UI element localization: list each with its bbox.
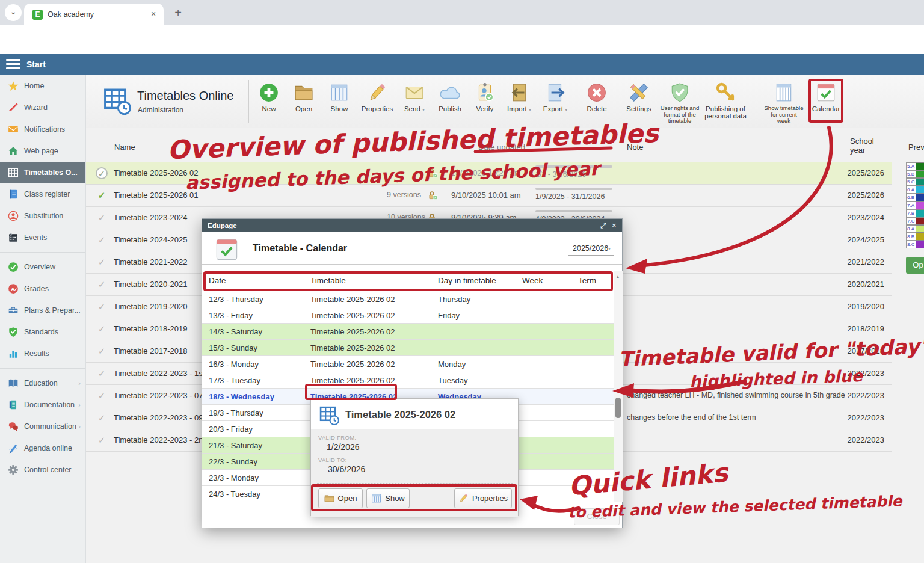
toolbar-button-calendar[interactable]: Calendar [808, 82, 843, 112]
toolbar-button-show[interactable]: Show timetable for current week [764, 82, 804, 125]
check-icon: ✓ [96, 323, 108, 335]
preview-separator [898, 128, 898, 549]
preview-class-row: 6.B [906, 194, 924, 202]
preview-panel-label: Prev [908, 143, 924, 152]
scrollbar-thumb[interactable] [615, 398, 621, 418]
toolbar-button-verify[interactable]: Verify [467, 82, 502, 112]
mail-icon [8, 124, 19, 135]
dialog-maximize-icon[interactable]: ⤢ [600, 221, 606, 230]
toolbar-button-delete[interactable]: Delete [579, 82, 614, 112]
toolbar-button-publish[interactable]: Publish [433, 82, 467, 112]
sidebar-item-label: Web page [24, 147, 58, 155]
sidebar-item-overview[interactable]: Overview [0, 256, 85, 278]
toolbar-button-new[interactable]: New [251, 82, 286, 112]
sidebar-item-communication[interactable]: Communication› [0, 416, 85, 437]
sidebar-item-documentation[interactable]: Documentation› [0, 394, 85, 416]
calendar-day-row[interactable]: 15/3 - SundayTimetable 2025-2026 02 [202, 340, 614, 356]
rights-icon [670, 82, 690, 103]
class-color-chip [916, 186, 924, 194]
sidebar-item-label: Home [24, 82, 44, 90]
sidebar-item-class-register[interactable]: Class register [0, 183, 85, 205]
toolbar-button-export[interactable]: Export ▾ [538, 82, 573, 114]
sidebar-item-home[interactable]: Home [0, 75, 85, 97]
school-year-select[interactable]: 2025/2026 ▾ [568, 242, 614, 256]
col-date: Date [209, 276, 226, 285]
timetable-row[interactable]: ✓Timetable 2025-2026 019 versions9/10/20… [86, 185, 892, 207]
school-year: 2020/2021 [812, 280, 884, 289]
sidebar-item-grades[interactable]: AGrades [0, 278, 85, 300]
sidebar-item-education[interactable]: Education› [0, 372, 85, 394]
scroll-up-icon[interactable]: ▲ [615, 274, 620, 280]
school-year: 2023/2024 [812, 213, 884, 222]
valid-from-value: 1/2/2026 [327, 442, 360, 452]
popup-divider [317, 483, 513, 484]
popup-properties-button[interactable]: Properties [454, 488, 512, 508]
calendar-day-row[interactable]: 14/3 - SaturdayTimetable 2025-2026 02 [202, 324, 614, 340]
calendar-day-row[interactable]: 16/3 - MondayTimetable 2025-2026 02Monda… [202, 356, 614, 372]
toolbar-button-label: Publish [439, 105, 461, 112]
timetable-name: Timetable 2022-2023 - 09/0 [114, 413, 209, 422]
sidebar-item-standards[interactable]: Standards [0, 321, 85, 343]
send-icon [404, 82, 425, 103]
toolbar-button-label: Show [331, 105, 348, 112]
sidebar-item-notifications[interactable]: Notifications [0, 118, 85, 140]
dialog-titlebar[interactable]: Edupage [202, 219, 622, 232]
toolbar-button-publishing[interactable]: Publishing of personal data [700, 82, 751, 120]
valid-to-label: VALID TO: [318, 457, 347, 463]
dialog-close-icon[interactable]: × [612, 221, 617, 230]
select-caret-icon: ▾ [608, 242, 611, 255]
popup-open-button[interactable]: Open [318, 488, 363, 508]
tab-close-icon[interactable]: × [148, 9, 159, 20]
preview-open-button[interactable]: Op [906, 257, 924, 274]
start-menu[interactable]: Start [26, 60, 46, 69]
verify-icon [475, 82, 495, 103]
valid-to-value: 30/6/2026 [328, 464, 365, 474]
calendar-date: 18/3 - Wednesday [209, 392, 274, 401]
calendar-timetable-link: Timetable 2025-2026 02 [310, 311, 395, 320]
tab-search-icon[interactable]: ⌄ [5, 4, 22, 21]
sidebar-item-results[interactable]: Results [0, 343, 85, 365]
toolbar-button-show[interactable]: Show [322, 82, 357, 112]
sidebar-item-web-page[interactable]: Web page [0, 140, 85, 162]
toolbar-button-user[interactable]: User rights and format of the timetable [660, 82, 700, 125]
toolbar-button-open[interactable]: Open [286, 82, 321, 112]
toolbar-button-label: Export [543, 105, 563, 112]
calendar-date: 24/3 - Tuesday [209, 490, 260, 499]
toolbar-button-label: Settings [626, 105, 651, 112]
validity-period-bar [535, 210, 612, 212]
calendar-day-row[interactable]: 13/3 - FridayTimetable 2025-2026 02Frida… [202, 307, 614, 324]
col-timetable: Timetable [310, 276, 346, 285]
calendar-day-row[interactable]: 12/3 - ThursdayTimetable 2025-2026 02Thu… [202, 291, 614, 307]
sidebar-item-timetables-o[interactable]: Timetables O... [0, 162, 85, 183]
sidebar-item-events[interactable]: Events [0, 227, 85, 248]
sidebar-item-label: Education [24, 379, 58, 387]
column-header-date: Date updated [478, 143, 525, 152]
check-icon: ✓ [96, 301, 108, 313]
sidebar-item-wizard[interactable]: Wizard [0, 97, 85, 118]
class-label: 6.B [906, 194, 916, 202]
timetable-row[interactable]: ✓Timetable 2025-2026 0218/3/2026 10:29 a… [86, 162, 892, 185]
sidebar-item-substitution[interactable]: Substitution [0, 205, 85, 227]
sidebar-item-label: Standards [24, 328, 58, 336]
class-color-chip [916, 162, 924, 170]
popup-show-button[interactable]: Show [366, 488, 410, 508]
sidebar-item-agenda-online[interactable]: Agenda online [0, 437, 85, 459]
sidebar-item-plans-prepar[interactable]: Plans & Prepar... [0, 300, 85, 321]
sidebar-item-control-center[interactable]: Control center [0, 459, 85, 481]
preview-class-row: 8.C [906, 241, 924, 248]
browser-tab[interactable]: E Oak academy × [24, 4, 164, 25]
check-icon: ✓ [96, 212, 108, 224]
star-icon [8, 81, 19, 91]
calendar-date: 13/3 - Friday [209, 311, 253, 320]
toolbar-button-import[interactable]: Import ▾ [502, 82, 537, 114]
toolbar-button-send[interactable]: Send ▾ [397, 82, 432, 114]
menu-icon[interactable] [6, 59, 20, 70]
dialog-close-button[interactable]: Close [574, 508, 620, 525]
new-tab-button[interactable]: + [170, 5, 186, 22]
toolbar-button-properties[interactable]: Properties [360, 82, 395, 112]
toolbar-button-settings[interactable]: Settings [621, 82, 656, 112]
class-label: 7.C [906, 217, 916, 225]
calendar-day-row[interactable]: 17/3 - TuesdayTimetable 2025-2026 02Tues… [202, 372, 614, 389]
calendar-scrollbar[interactable] [614, 271, 623, 502]
person-icon [8, 211, 19, 221]
